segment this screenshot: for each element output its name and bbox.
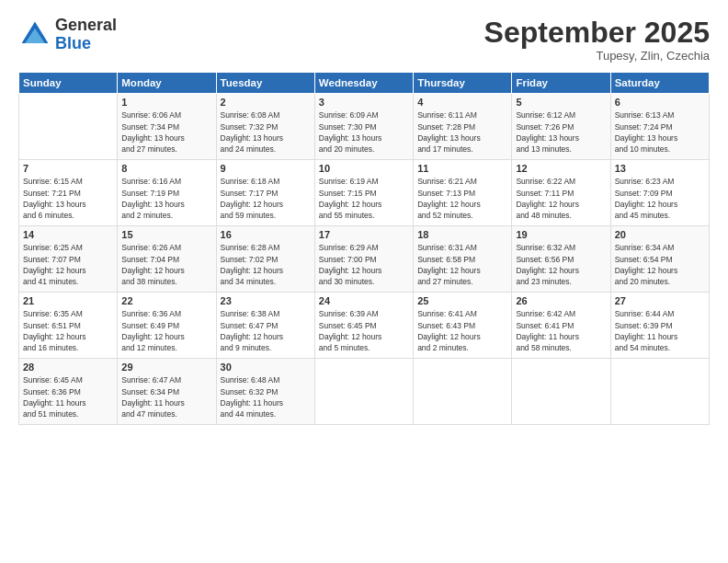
calendar-cell: 30Sunrise: 6:48 AMSunset: 6:32 PMDayligh…: [216, 359, 314, 425]
title-block: September 2025 Tupesy, Zlin, Czechia: [484, 17, 710, 63]
day-info: Sunrise: 6:31 AMSunset: 6:58 PMDaylight:…: [417, 242, 507, 287]
day-info: Sunrise: 6:11 AMSunset: 7:28 PMDaylight:…: [417, 109, 507, 155]
logo-icon: [18, 18, 51, 52]
header-saturday: Saturday: [610, 73, 709, 94]
header-wednesday: Wednesday: [314, 73, 413, 94]
calendar-table: SundayMondayTuesdayWednesdayThursdayFrid…: [18, 72, 710, 425]
calendar-cell: 8Sunrise: 6:16 AMSunset: 7:19 PMDaylight…: [118, 160, 216, 226]
calendar-cell: 6Sunrise: 6:13 AMSunset: 7:24 PMDaylight…: [610, 94, 709, 160]
calendar-cell: 17Sunrise: 6:29 AMSunset: 7:00 PMDayligh…: [314, 226, 413, 293]
day-number: 23: [221, 295, 311, 306]
day-info: Sunrise: 6:18 AMSunset: 7:17 PMDaylight:…: [221, 176, 311, 221]
calendar-cell: 20Sunrise: 6:34 AMSunset: 6:54 PMDayligh…: [610, 226, 709, 293]
calendar-cell: 18Sunrise: 6:31 AMSunset: 6:58 PMDayligh…: [414, 226, 512, 293]
day-info: Sunrise: 6:23 AMSunset: 7:09 PMDaylight:…: [615, 176, 705, 221]
calendar-cell: 12Sunrise: 6:22 AMSunset: 7:11 PMDayligh…: [512, 160, 610, 226]
day-info: Sunrise: 6:35 AMSunset: 6:51 PMDaylight:…: [23, 308, 113, 353]
day-info: Sunrise: 6:32 AMSunset: 6:56 PMDaylight:…: [516, 242, 606, 287]
day-info: Sunrise: 6:26 AMSunset: 7:04 PMDaylight:…: [121, 242, 211, 287]
header-tuesday: Tuesday: [216, 73, 314, 94]
day-info: Sunrise: 6:12 AMSunset: 7:26 PMDaylight:…: [516, 109, 606, 155]
day-info: Sunrise: 6:29 AMSunset: 7:00 PMDaylight:…: [319, 242, 409, 287]
day-number: 18: [417, 229, 507, 240]
day-info: Sunrise: 6:25 AMSunset: 7:07 PMDaylight:…: [23, 242, 113, 287]
calendar-cell: 10Sunrise: 6:19 AMSunset: 7:15 PMDayligh…: [314, 160, 413, 226]
day-number: 12: [516, 163, 606, 174]
logo-general-text: General: [55, 17, 117, 35]
day-number: 15: [121, 229, 211, 240]
header-monday: Monday: [118, 73, 216, 94]
day-info: Sunrise: 6:48 AMSunset: 6:32 PMDaylight:…: [221, 374, 311, 419]
day-info: Sunrise: 6:21 AMSunset: 7:13 PMDaylight:…: [417, 176, 507, 221]
calendar-cell: 14Sunrise: 6:25 AMSunset: 7:07 PMDayligh…: [19, 226, 118, 293]
calendar-cell: 19Sunrise: 6:32 AMSunset: 6:56 PMDayligh…: [512, 226, 610, 293]
calendar-week-4: 28Sunrise: 6:45 AMSunset: 6:36 PMDayligh…: [19, 359, 710, 425]
calendar-cell: [512, 359, 610, 425]
calendar-cell: 27Sunrise: 6:44 AMSunset: 6:39 PMDayligh…: [610, 293, 709, 359]
day-number: 6: [615, 97, 705, 108]
day-number: 2: [221, 97, 311, 108]
day-info: Sunrise: 6:22 AMSunset: 7:11 PMDaylight:…: [516, 176, 606, 221]
logo-blue-text: Blue: [55, 35, 117, 53]
day-number: 10: [319, 163, 409, 174]
day-info: Sunrise: 6:47 AMSunset: 6:34 PMDaylight:…: [121, 374, 211, 419]
month-title: September 2025: [484, 17, 710, 49]
location: Tupesy, Zlin, Czechia: [484, 49, 710, 63]
day-number: 25: [417, 295, 507, 306]
calendar-cell: 16Sunrise: 6:28 AMSunset: 7:02 PMDayligh…: [216, 226, 314, 293]
day-number: 7: [23, 163, 113, 174]
calendar-week-3: 21Sunrise: 6:35 AMSunset: 6:51 PMDayligh…: [19, 293, 710, 359]
day-info: Sunrise: 6:09 AMSunset: 7:30 PMDaylight:…: [319, 109, 409, 155]
calendar-cell: [610, 359, 709, 425]
day-number: 3: [319, 97, 409, 108]
day-info: Sunrise: 6:16 AMSunset: 7:19 PMDaylight:…: [121, 176, 211, 221]
calendar-week-2: 14Sunrise: 6:25 AMSunset: 7:07 PMDayligh…: [19, 226, 710, 293]
calendar-cell: 25Sunrise: 6:41 AMSunset: 6:43 PMDayligh…: [414, 293, 512, 359]
day-info: Sunrise: 6:38 AMSunset: 6:47 PMDaylight:…: [221, 308, 311, 353]
calendar-cell: 2Sunrise: 6:08 AMSunset: 7:32 PMDaylight…: [216, 94, 314, 160]
calendar-cell: 26Sunrise: 6:42 AMSunset: 6:41 PMDayligh…: [512, 293, 610, 359]
day-number: 22: [121, 295, 211, 306]
header-friday: Friday: [512, 73, 610, 94]
calendar-cell: 24Sunrise: 6:39 AMSunset: 6:45 PMDayligh…: [314, 293, 413, 359]
calendar-cell: [314, 359, 413, 425]
day-number: 27: [615, 295, 705, 306]
calendar-cell: 28Sunrise: 6:45 AMSunset: 6:36 PMDayligh…: [19, 359, 118, 425]
logo-text: General Blue: [55, 17, 117, 53]
day-info: Sunrise: 6:34 AMSunset: 6:54 PMDaylight:…: [615, 242, 705, 287]
day-info: Sunrise: 6:45 AMSunset: 6:36 PMDaylight:…: [23, 374, 113, 419]
day-number: 28: [23, 362, 113, 373]
calendar-week-1: 7Sunrise: 6:15 AMSunset: 7:21 PMDaylight…: [19, 160, 710, 226]
day-number: 13: [615, 163, 705, 174]
day-info: Sunrise: 6:41 AMSunset: 6:43 PMDaylight:…: [417, 308, 507, 353]
calendar-cell: 3Sunrise: 6:09 AMSunset: 7:30 PMDaylight…: [314, 94, 413, 160]
day-number: 24: [319, 295, 409, 306]
day-number: 19: [516, 229, 606, 240]
day-info: Sunrise: 6:15 AMSunset: 7:21 PMDaylight:…: [23, 176, 113, 221]
calendar-cell: 5Sunrise: 6:12 AMSunset: 7:26 PMDaylight…: [512, 94, 610, 160]
calendar-cell: 1Sunrise: 6:06 AMSunset: 7:34 PMDaylight…: [118, 94, 216, 160]
day-number: 16: [221, 229, 311, 240]
calendar-cell: 11Sunrise: 6:21 AMSunset: 7:13 PMDayligh…: [414, 160, 512, 226]
header: General Blue September 2025 Tupesy, Zlin…: [18, 17, 710, 63]
calendar-cell: 9Sunrise: 6:18 AMSunset: 7:17 PMDaylight…: [216, 160, 314, 226]
day-number: 1: [121, 97, 211, 108]
calendar-cell: 21Sunrise: 6:35 AMSunset: 6:51 PMDayligh…: [19, 293, 118, 359]
calendar-cell: [414, 359, 512, 425]
day-number: 5: [516, 97, 606, 108]
day-number: 26: [516, 295, 606, 306]
day-info: Sunrise: 6:08 AMSunset: 7:32 PMDaylight:…: [221, 109, 311, 155]
day-number: 11: [417, 163, 507, 174]
day-number: 17: [319, 229, 409, 240]
day-number: 30: [221, 362, 311, 373]
day-info: Sunrise: 6:13 AMSunset: 7:24 PMDaylight:…: [615, 109, 705, 155]
day-number: 14: [23, 229, 113, 240]
day-number: 20: [615, 229, 705, 240]
day-info: Sunrise: 6:06 AMSunset: 7:34 PMDaylight:…: [121, 109, 211, 155]
calendar-cell: 15Sunrise: 6:26 AMSunset: 7:04 PMDayligh…: [118, 226, 216, 293]
calendar-cell: 7Sunrise: 6:15 AMSunset: 7:21 PMDaylight…: [19, 160, 118, 226]
calendar-cell: [19, 94, 118, 160]
header-sunday: Sunday: [19, 73, 118, 94]
calendar-cell: 4Sunrise: 6:11 AMSunset: 7:28 PMDaylight…: [414, 94, 512, 160]
day-info: Sunrise: 6:39 AMSunset: 6:45 PMDaylight:…: [319, 308, 409, 353]
